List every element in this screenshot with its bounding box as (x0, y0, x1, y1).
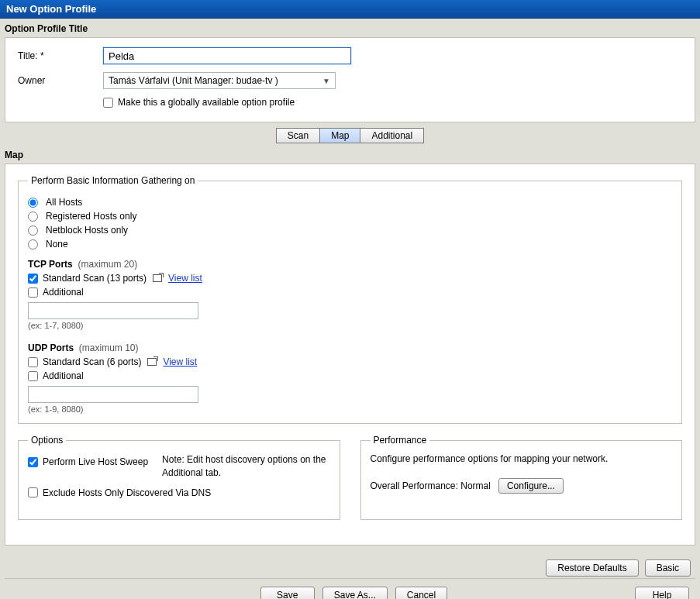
global-profile-label: Make this a globally available option pr… (118, 97, 295, 108)
exclude-dns-row[interactable]: Exclude Hosts Only Discovered Via DNS (28, 487, 330, 498)
tab-scan[interactable]: Scan (277, 129, 320, 143)
options-legend: Options (28, 435, 66, 446)
performance-legend: Performance (371, 435, 430, 446)
udp-standard-checkbox[interactable] (28, 357, 38, 367)
exclude-dns-checkbox[interactable] (28, 487, 38, 497)
udp-additional-input[interactable] (28, 386, 198, 403)
chevron-down-icon: ▼ (322, 77, 330, 85)
performance-desc: Configure performance options for mappin… (371, 453, 673, 464)
profile-title-section: Option Profile Title Title: * Owner Tamá… (5, 23, 695, 122)
window-title: New Option Profile (0, 0, 700, 19)
udp-additional-label: Additional (43, 370, 84, 381)
help-button[interactable]: Help (635, 587, 689, 599)
overall-perf-label: Overall Performance: (371, 480, 458, 491)
radio-all-hosts[interactable]: All Hosts (28, 197, 672, 208)
tcp-example: (ex: 1-7, 8080) (28, 321, 672, 330)
live-sweep-label: Perform Live Host Sweep (43, 456, 148, 467)
tab-additional[interactable]: Additional (360, 129, 423, 143)
cancel-button[interactable]: Cancel (395, 587, 447, 599)
basic-button[interactable]: Basic (645, 559, 691, 577)
radio-registered[interactable]: Registered Hosts only (28, 211, 672, 222)
exclude-dns-label: Exclude Hosts Only Discovered Via DNS (43, 487, 211, 498)
tcp-additional-label: Additional (43, 287, 84, 298)
overall-perf-value: Normal (460, 480, 491, 491)
popup-icon (153, 274, 162, 282)
gather-legend: Perform Basic Information Gathering on (28, 175, 198, 186)
radio-all-hosts-input[interactable] (28, 198, 38, 208)
title-input[interactable] (103, 47, 351, 64)
tcp-additional-input[interactable] (28, 302, 198, 319)
tcp-standard-label: Standard Scan (13 ports) (43, 273, 147, 284)
configure-button[interactable]: Configure... (498, 478, 564, 494)
map-legend: Map (5, 150, 23, 164)
live-sweep-row[interactable]: Perform Live Host Sweep (28, 456, 148, 467)
tab-map[interactable]: Map (320, 129, 360, 143)
radio-registered-input[interactable] (28, 212, 38, 222)
popup-icon (147, 358, 157, 366)
live-sweep-note: Note: Edit host discovery options on the… (162, 453, 329, 480)
tcp-additional-checkbox[interactable] (28, 287, 38, 298)
tabbar: Scan Map Additional (276, 128, 424, 143)
udp-ports-hint: (maximum 10) (79, 343, 139, 353)
restore-defaults-button[interactable]: Restore Defaults (546, 559, 638, 577)
owner-label: Owner (18, 75, 103, 86)
title-label: Title: * (18, 50, 103, 61)
gather-fieldset: Perform Basic Information Gathering on A… (18, 175, 682, 424)
radio-netblock-input[interactable] (28, 225, 38, 236)
udp-ports-heading: UDP Ports (28, 343, 74, 353)
radio-none[interactable]: None (28, 239, 672, 250)
global-profile-checkbox[interactable] (103, 98, 113, 108)
save-button[interactable]: Save (260, 587, 315, 599)
tcp-ports-heading: TCP Ports (28, 259, 73, 270)
radio-netblock[interactable]: Netblock Hosts only (28, 225, 672, 236)
live-sweep-checkbox[interactable] (28, 457, 38, 467)
udp-additional-checkbox[interactable] (28, 371, 38, 381)
save-as-button[interactable]: Save As... (322, 587, 388, 599)
options-fieldset: Options Perform Live Host Sweep Note: Ed… (18, 435, 340, 520)
tcp-ports-hint: (maximum 20) (78, 259, 137, 270)
owner-select-value: Tamás Várfalvi (Unit Manager: budae-tv ) (109, 75, 278, 86)
udp-standard-label: Standard Scan (6 ports) (43, 356, 141, 367)
udp-view-list-link[interactable]: View list (163, 356, 197, 367)
radio-none-input[interactable] (28, 239, 38, 250)
tcp-standard-checkbox[interactable] (28, 274, 38, 284)
performance-fieldset: Performance Configure performance option… (360, 435, 683, 520)
udp-example: (ex: 1-9, 8080) (28, 404, 672, 414)
owner-select[interactable]: Tamás Várfalvi (Unit Manager: budae-tv )… (103, 72, 336, 89)
tcp-view-list-link[interactable]: View list (168, 273, 202, 284)
profile-title-legend: Option Profile Title (5, 23, 88, 37)
